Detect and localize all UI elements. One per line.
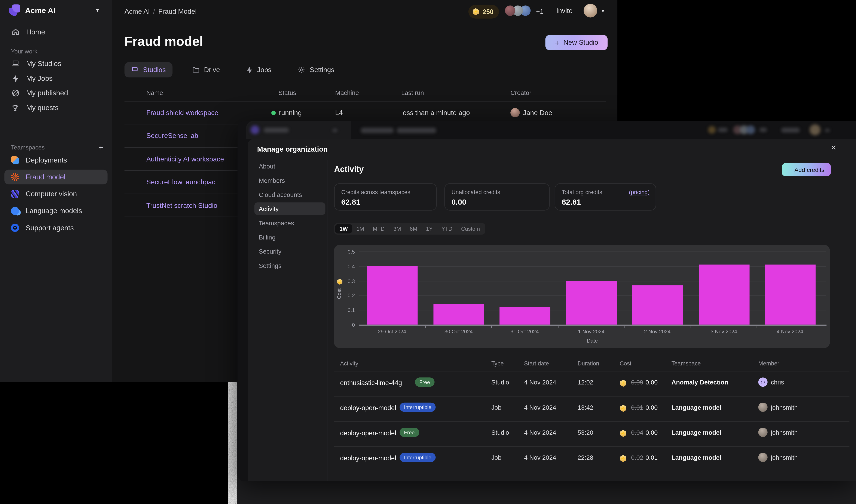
studio-link[interactable]: SecureFlow launchpad xyxy=(146,178,216,186)
org-name[interactable]: Acme AI xyxy=(25,6,55,15)
bar-30-oct[interactable] xyxy=(433,304,484,325)
sidebar-item-label: Language models xyxy=(26,207,82,215)
activity-heading: Activity xyxy=(334,164,364,174)
extra-avatars-count[interactable]: +1 xyxy=(536,8,544,15)
modal-nav-cloud-accounts[interactable]: Cloud accounts xyxy=(255,188,326,201)
pricing-link[interactable]: (pricing) xyxy=(629,189,650,195)
range-3m[interactable]: 3M xyxy=(389,224,405,233)
col-type: Type xyxy=(491,360,504,367)
cost-coin-icon xyxy=(619,430,627,437)
lastrun-cell: less than a minute ago xyxy=(401,109,470,117)
sidebar-item-my-quests[interactable]: My quests xyxy=(4,100,107,115)
time-range-selector: 1W 1M MTD 3M 6M 1Y YTD Custom xyxy=(334,223,485,235)
activity-row[interactable]: deploy-open-model Free Studio 4 Nov 2024… xyxy=(334,421,853,446)
plus-icon: + xyxy=(555,38,559,47)
x-tick: 29 Oct 2024 xyxy=(378,328,406,335)
modal-nav-teamspaces[interactable]: Teamspaces xyxy=(255,217,326,229)
invite-button[interactable]: Invite xyxy=(556,7,573,15)
modal-nav-members[interactable]: Members xyxy=(255,174,326,187)
activity-row[interactable]: deploy-open-model Interruptible Job 4 No… xyxy=(334,446,853,471)
studio-link[interactable]: SecureSense lab xyxy=(146,132,198,140)
col-startdate: Start date xyxy=(524,360,549,367)
add-teamspace-plus-icon[interactable]: + xyxy=(99,143,103,151)
sidebar-item-my-published[interactable]: My published xyxy=(4,86,107,101)
tab-settings[interactable]: Settings xyxy=(291,62,341,77)
range-mtd[interactable]: MTD xyxy=(368,224,389,233)
credits-coin-icon xyxy=(472,8,479,15)
bar-4-nov[interactable] xyxy=(765,265,815,325)
sidebar-item-home[interactable]: Home xyxy=(4,24,107,39)
range-1w[interactable]: 1W xyxy=(335,224,352,233)
breadcrumb-org[interactable]: Acme AI xyxy=(125,8,150,15)
credits-badge[interactable]: 250 xyxy=(469,5,499,19)
range-1m[interactable]: 1M xyxy=(352,224,368,233)
add-credits-button[interactable]: + Add credits xyxy=(782,163,831,176)
sidebar-item-computer-vision[interactable]: Computer vision xyxy=(4,186,107,201)
range-1y[interactable]: 1Y xyxy=(422,224,437,233)
avatar[interactable] xyxy=(505,5,515,16)
new-studio-button[interactable]: + New Studio xyxy=(545,35,608,50)
member-avatar xyxy=(758,428,767,437)
modal-nav-billing[interactable]: Billing xyxy=(255,231,326,244)
quests-icon xyxy=(11,103,20,112)
studio-link[interactable]: Fraud shield workspace xyxy=(146,109,219,117)
tab-studios[interactable]: Studios xyxy=(125,62,173,77)
range-ytd[interactable]: YTD xyxy=(437,224,457,233)
sidebar-item-label: Home xyxy=(26,28,45,36)
sidebar-item-fraud-model[interactable]: Fraud model xyxy=(4,169,107,184)
interruptible-badge: Interruptible xyxy=(400,453,436,462)
bar-2-nov[interactable] xyxy=(632,285,683,325)
org-chevron-down-icon[interactable]: ▾ xyxy=(96,7,99,13)
jobs-icon xyxy=(246,66,253,73)
bar-1-nov[interactable] xyxy=(566,281,616,325)
plot-area xyxy=(359,251,826,325)
cost-coin-icon xyxy=(619,380,627,386)
sidebar-item-my-studios[interactable]: My Studios xyxy=(4,56,107,71)
tab-drive[interactable]: Drive xyxy=(186,62,227,77)
member-avatar: ☺ xyxy=(758,377,767,386)
interruptible-badge: Interruptible xyxy=(400,403,436,412)
modal-nav-about[interactable]: About xyxy=(255,160,326,172)
sidebar-item-deployments[interactable]: Deployments xyxy=(4,153,107,167)
col-header-machine: Machine xyxy=(335,89,359,96)
col-header-status: Status xyxy=(278,89,296,96)
bar-3-nov[interactable] xyxy=(699,265,749,325)
modal-nav-activity[interactable]: Activity xyxy=(255,202,326,215)
sidebar-item-language-models[interactable]: Language models xyxy=(4,203,107,218)
range-6m[interactable]: 6M xyxy=(405,224,422,233)
stat-card-unallocated-credits: Unallocated credits 0.00 xyxy=(444,183,550,211)
fraud-model-icon xyxy=(11,173,19,181)
teamspaces-label: Teamspaces xyxy=(11,144,45,150)
range-custom[interactable]: Custom xyxy=(457,224,484,233)
sidebar-item-support-agents[interactable]: Support agents xyxy=(4,220,107,235)
home-icon xyxy=(11,28,20,36)
page-title: Fraud model xyxy=(125,34,203,49)
sidebar-item-label: My Jobs xyxy=(26,74,52,82)
sidebar-item-my-jobs[interactable]: My Jobs xyxy=(4,71,107,86)
user-menu-chevron-down-icon[interactable]: ▾ xyxy=(601,8,604,14)
studio-link[interactable]: TrustNet scratch Studio xyxy=(146,202,217,210)
activity-row[interactable]: enthusiastic-lime-44g Free Studio 4 Nov … xyxy=(334,371,853,396)
modal-nav-security[interactable]: Security xyxy=(255,245,326,257)
settings-icon xyxy=(298,66,305,74)
y-tick: 0 xyxy=(334,322,355,328)
creator-avatar xyxy=(510,108,520,117)
manage-organization-window: Manage organization × About Members Clou… xyxy=(238,121,856,481)
tab-jobs[interactable]: Jobs xyxy=(240,62,278,77)
bar-31-oct[interactable] xyxy=(499,307,550,325)
noise-artifact-strip xyxy=(228,382,237,504)
col-header-creator: Creator xyxy=(510,89,531,96)
sidebar-item-label: My published xyxy=(26,89,68,97)
breadcrumb-page: Fraud Model xyxy=(158,8,197,15)
user-avatar[interactable] xyxy=(583,4,597,18)
activity-row[interactable]: deploy-open-model Interruptible Job 4 No… xyxy=(334,396,853,421)
y-tick: 0.3 xyxy=(334,278,355,284)
status-dot xyxy=(272,111,276,115)
col-header-name: Name xyxy=(146,89,163,96)
studio-link[interactable]: Authenticity AI workspace xyxy=(146,156,224,163)
member-avatar xyxy=(758,453,767,462)
language-models-icon xyxy=(11,207,19,215)
modal-nav-settings[interactable]: Settings xyxy=(255,259,326,272)
x-axis xyxy=(359,325,827,326)
bar-29-oct[interactable] xyxy=(367,266,417,324)
